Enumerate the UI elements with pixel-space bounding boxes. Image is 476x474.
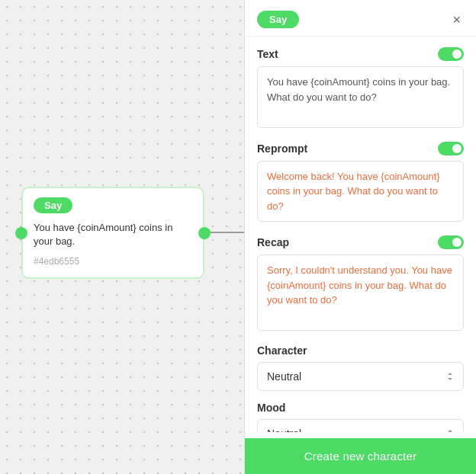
text-toggle[interactable] bbox=[438, 47, 464, 61]
recap-label-row: Recap bbox=[257, 235, 464, 249]
panel-header: Say × bbox=[245, 0, 476, 37]
connector-line bbox=[204, 221, 246, 244]
recap-label: Recap bbox=[257, 236, 289, 248]
say-node: Say You have {coinAmount} coins in your … bbox=[21, 187, 204, 279]
reprompt-toggle[interactable] bbox=[438, 142, 464, 155]
node-id-label: #4edb6555 bbox=[34, 256, 192, 267]
node-say-badge: Say bbox=[34, 197, 72, 213]
mood-select[interactable]: Neutral Happy Sad Angry bbox=[257, 419, 464, 432]
node-connector-left[interactable] bbox=[15, 227, 27, 239]
panel-say-badge: Say bbox=[257, 11, 299, 28]
properties-panel: Say × Text Reprompt Recap bbox=[244, 0, 476, 474]
reprompt-input[interactable] bbox=[257, 161, 464, 223]
close-button[interactable]: × bbox=[449, 11, 464, 28]
canvas-area: Say You have {coinAmount} coins in your … bbox=[0, 0, 244, 474]
text-section: Text bbox=[257, 47, 464, 131]
text-input[interactable] bbox=[257, 66, 464, 128]
character-select[interactable]: Neutral Character 1 Character 2 bbox=[257, 362, 464, 391]
recap-toggle[interactable] bbox=[438, 235, 464, 249]
recap-section: Recap bbox=[257, 235, 464, 334]
reprompt-label: Reprompt bbox=[257, 143, 307, 155]
reprompt-label-row: Reprompt bbox=[257, 142, 464, 155]
reprompt-section: Reprompt bbox=[257, 142, 464, 226]
mood-label: Mood bbox=[257, 402, 285, 414]
text-label-row: Text bbox=[257, 47, 464, 61]
mood-label-row: Mood bbox=[257, 402, 464, 414]
node-content-text: You have {coinAmount} coins in your bag. bbox=[34, 221, 192, 248]
character-label: Character bbox=[257, 344, 307, 357]
text-label: Text bbox=[257, 48, 278, 60]
mood-section: Mood Neutral Happy Sad Angry bbox=[257, 402, 464, 432]
node-connector-right[interactable] bbox=[198, 227, 211, 239]
create-new-character-button[interactable]: Create new character bbox=[245, 438, 476, 474]
character-label-row: Character bbox=[257, 344, 464, 357]
character-section: Character Neutral Character 1 Character … bbox=[257, 344, 464, 391]
panel-body: Text Reprompt Recap Character bbox=[245, 37, 476, 432]
recap-input[interactable] bbox=[257, 255, 464, 331]
